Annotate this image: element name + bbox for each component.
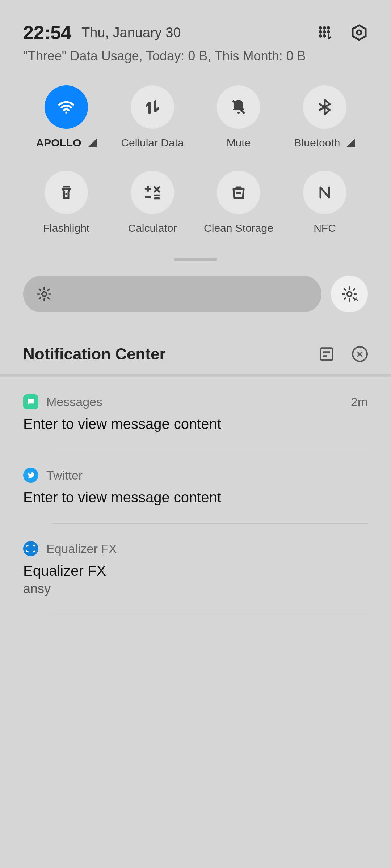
- time-label: 22:54: [23, 22, 71, 43]
- settings-icon[interactable]: [350, 24, 368, 41]
- edit-grid-icon[interactable]: [317, 25, 333, 41]
- chevron-indicator-icon: [346, 139, 355, 147]
- quick-settings-grid: APOLLO Cellular Data: [23, 85, 368, 234]
- notification-app-name: Twitter: [46, 468, 368, 482]
- qs-bluetooth[interactable]: Bluetooth: [289, 85, 361, 149]
- svg-text:A: A: [354, 296, 358, 302]
- qs-flashlight-label: Flashlight: [43, 222, 89, 234]
- svg-line-30: [48, 289, 49, 290]
- data-usage-text: "Three" Data Usage, Today: 0 B, This Mon…: [23, 48, 368, 64]
- notification-time: 2m: [351, 395, 368, 409]
- qs-clean-storage-label: Clean Storage: [204, 222, 273, 234]
- notification-item[interactable]: Equalizer FX Equalizer FX ansy: [23, 524, 368, 614]
- twitter-app-icon: [23, 468, 38, 483]
- brightness-control: A: [23, 276, 368, 312]
- chevron-indicator-icon: [88, 139, 97, 147]
- page-indicator[interactable]: [174, 258, 217, 261]
- svg-point-3: [319, 31, 321, 33]
- brightness-slider[interactable]: [23, 276, 321, 312]
- notification-center-title: Notification Center: [23, 345, 319, 363]
- svg-point-5: [327, 31, 329, 33]
- notification-subtext: ansy: [23, 581, 368, 596]
- qs-mute-label: Mute: [227, 137, 251, 149]
- date-label: Thu, January 30: [81, 25, 181, 41]
- svg-point-7: [323, 35, 325, 37]
- cellular-data-icon: [131, 85, 174, 129]
- status-header: 22:54 Thu, January 30: [23, 22, 368, 43]
- qs-cellular-label: Cellular Data: [121, 137, 184, 149]
- clear-all-button[interactable]: [352, 346, 368, 362]
- divider: [52, 614, 368, 614]
- qs-wifi-label: APOLLO: [36, 137, 81, 149]
- qs-clean-storage[interactable]: Clean Storage: [202, 171, 275, 234]
- svg-point-31: [347, 292, 352, 296]
- qs-nfc[interactable]: NFC: [289, 171, 361, 234]
- svg-point-0: [319, 27, 321, 29]
- brightness-icon: [36, 286, 52, 302]
- notification-body: Enter to view message content: [23, 489, 368, 506]
- svg-point-1: [323, 27, 325, 29]
- qs-wifi[interactable]: APOLLO: [30, 85, 102, 149]
- svg-point-10: [65, 112, 67, 114]
- notification-item[interactable]: Twitter Enter to view message content: [23, 450, 368, 524]
- clean-storage-icon: [217, 171, 260, 214]
- svg-line-36: [344, 289, 346, 290]
- svg-line-27: [39, 289, 41, 290]
- qs-nfc-label: NFC: [314, 222, 336, 234]
- svg-point-2: [327, 27, 329, 29]
- qs-cellular-data[interactable]: Cellular Data: [116, 85, 189, 149]
- mute-icon: [217, 85, 260, 129]
- svg-marker-8: [353, 25, 366, 40]
- qs-calculator-label: Calculator: [128, 222, 177, 234]
- notification-body: Enter to view message content: [23, 416, 368, 432]
- svg-point-4: [323, 31, 325, 33]
- bluetooth-icon: [303, 85, 346, 129]
- notification-manage-button[interactable]: [319, 346, 335, 362]
- notification-body: Equalizer FX: [23, 563, 368, 579]
- svg-line-39: [353, 289, 355, 290]
- svg-line-38: [344, 298, 346, 299]
- svg-point-9: [357, 30, 361, 35]
- svg-point-22: [42, 292, 47, 297]
- messages-app-icon: [23, 394, 38, 409]
- flashlight-icon: [45, 171, 88, 214]
- qs-mute[interactable]: Mute: [202, 85, 275, 149]
- calculator-icon: [131, 171, 174, 214]
- notification-center-header: Notification Center: [23, 345, 368, 363]
- svg-line-28: [48, 298, 49, 299]
- qs-bluetooth-label: Bluetooth: [294, 137, 340, 149]
- svg-line-29: [39, 298, 41, 299]
- notification-item[interactable]: Messages 2m Enter to view message conten…: [23, 377, 368, 450]
- nfc-icon: [303, 171, 346, 214]
- wifi-icon: [45, 85, 88, 129]
- notification-app-name: Messages: [46, 395, 343, 409]
- notification-list: Messages 2m Enter to view message conten…: [23, 374, 368, 614]
- qs-flashlight[interactable]: Flashlight: [30, 171, 102, 234]
- notification-app-name: Equalizer FX: [46, 542, 368, 556]
- equalizer-app-icon: [23, 541, 38, 556]
- svg-point-6: [319, 35, 321, 37]
- auto-brightness-button[interactable]: A: [331, 276, 368, 312]
- svg-rect-41: [321, 348, 333, 360]
- divider: [0, 374, 391, 377]
- qs-calculator[interactable]: Calculator: [116, 171, 189, 234]
